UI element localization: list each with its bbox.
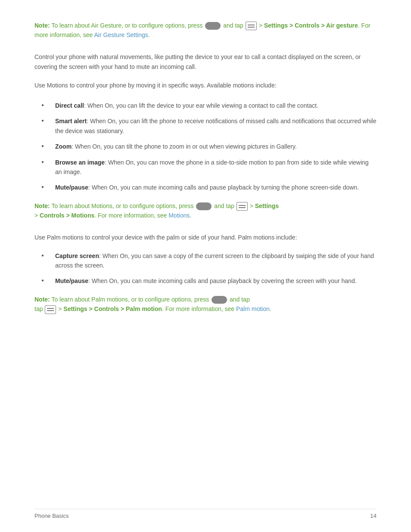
note3-label: Note:: [34, 296, 50, 303]
footer-right: 14: [371, 513, 377, 519]
list-item: Zoom: When On, you can tilt the phone to…: [48, 142, 377, 151]
motion-smart-alert-label: Smart alert: [55, 118, 87, 124]
para3: Use Palm motions to control your device …: [34, 233, 377, 243]
home-button-icon: [205, 22, 221, 30]
note2-path-prefix: >: [34, 212, 40, 219]
note2-path: Controls > Motions: [40, 212, 94, 219]
note2-text: To learn about Motions, or to configure …: [50, 202, 194, 209]
note2-settings: Settings: [255, 202, 279, 209]
motion-smart-alert-text: : When On, you can lift the phone to rec…: [55, 118, 377, 134]
note3-settings: Settings: [63, 305, 87, 312]
palm-mute-text: : When On, you can mute incoming calls a…: [88, 277, 357, 284]
menu-icon-2: [237, 202, 248, 211]
list-item: Smart alert: When On, you can lift the p…: [48, 116, 377, 136]
note3-arrow: >: [58, 305, 62, 312]
list-item: Capture screen: When On, you can save a …: [48, 251, 377, 271]
palm-mute-label: Mute/pause: [55, 277, 88, 284]
motions-list: Direct call: When On, you can lift the d…: [48, 101, 377, 193]
note3-tap-prefix: tap: [34, 305, 44, 312]
palm-motions-list: Capture screen: When On, you can save a …: [48, 251, 377, 286]
home-button-icon-3: [212, 296, 227, 304]
page-content: Note: To learn about Air Gesture, or to …: [0, 0, 411, 352]
list-item: Direct call: When On, you can lift the d…: [48, 101, 377, 110]
note3-text: To learn about Palm motions, or to confi…: [50, 296, 209, 303]
note1-text: To learn about Air Gesture, or to config…: [50, 22, 203, 29]
note1-path: > Controls > Air gesture: [290, 22, 358, 29]
menu-icon-3: [45, 305, 56, 314]
home-button-icon-2: [196, 202, 212, 210]
motion-direct-call-label: Direct call: [55, 102, 84, 109]
motion-direct-call-text: : When On, you can lift the device to yo…: [84, 102, 318, 109]
note1-arrow: >: [259, 22, 262, 29]
motion-zoom-text: : When On, you can tilt the phone to zoo…: [72, 143, 297, 150]
motion-mute-text: : When On, you can mute incoming calls a…: [88, 184, 359, 191]
note3-and-tap: and tap: [228, 296, 250, 303]
motion-mute-label: Mute/pause: [55, 184, 88, 191]
note-motions: Note: To learn about Motions, or to conf…: [34, 201, 377, 221]
para1: Control your phone with natural movement…: [34, 52, 377, 72]
menu-icon-1: [246, 22, 257, 30]
note2-and-tap: and tap: [214, 202, 234, 209]
note3-more: . For more information, see: [162, 305, 234, 312]
footer-left: Phone Basics: [34, 513, 69, 519]
note2-link[interactable]: Motions: [168, 212, 190, 219]
note3-link[interactable]: Palm motion: [236, 305, 270, 312]
list-item: Mute/pause: When On, you can mute incomi…: [48, 183, 377, 192]
motion-zoom-label: Zoom: [55, 143, 72, 150]
list-item: Browse an image: When On, you can move t…: [48, 158, 377, 177]
list-item: Mute/pause: When On, you can mute incomi…: [48, 276, 377, 286]
note-air-gesture: Note: To learn about Air Gesture, or to …: [34, 21, 377, 40]
note1-and-tap: and tap: [223, 22, 243, 29]
note1-settings: Settings: [264, 22, 288, 29]
note-palm-motion: Note: To learn about Palm motions, or to…: [34, 295, 377, 314]
note1-label: Note:: [34, 22, 50, 29]
para2: Use Motions to control your phone by mov…: [34, 81, 377, 90]
note2-more: . For more information, see: [94, 212, 167, 219]
note3-path: > Controls > Palm motion: [89, 305, 162, 312]
note2-label: Note:: [34, 202, 50, 209]
note2-arrow: >: [250, 202, 253, 209]
note1-link[interactable]: Air Gesture Settings: [94, 31, 148, 38]
motion-browse-label: Browse an image: [55, 159, 105, 166]
palm-capture-text: : When On, you can save a copy of the cu…: [55, 252, 374, 269]
palm-capture-label: Capture screen: [55, 252, 99, 259]
page-footer: Phone Basics 14: [34, 509, 377, 519]
